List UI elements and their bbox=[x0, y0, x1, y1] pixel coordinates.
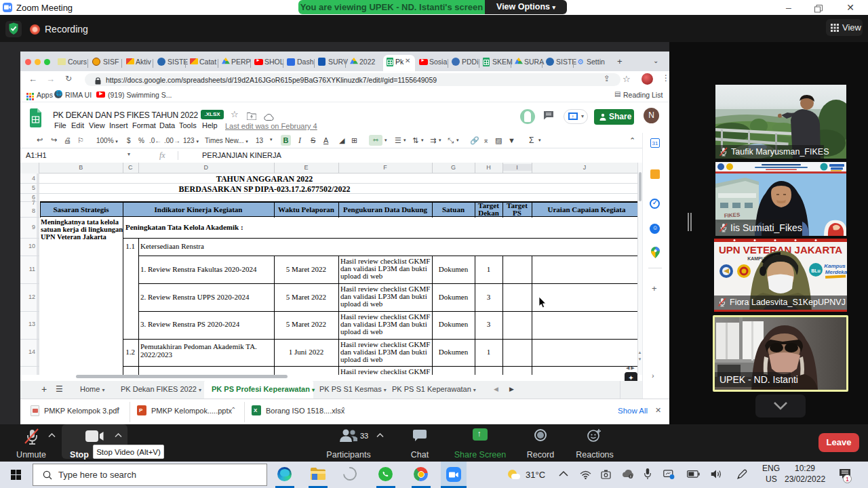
svg-text:BLu: BLu bbox=[811, 268, 821, 273]
svg-text:Kampus: Kampus bbox=[824, 263, 846, 269]
svg-text:FIKES: FIKES bbox=[724, 211, 741, 219]
svg-text:Merdeka: Merdeka bbox=[825, 269, 847, 275]
